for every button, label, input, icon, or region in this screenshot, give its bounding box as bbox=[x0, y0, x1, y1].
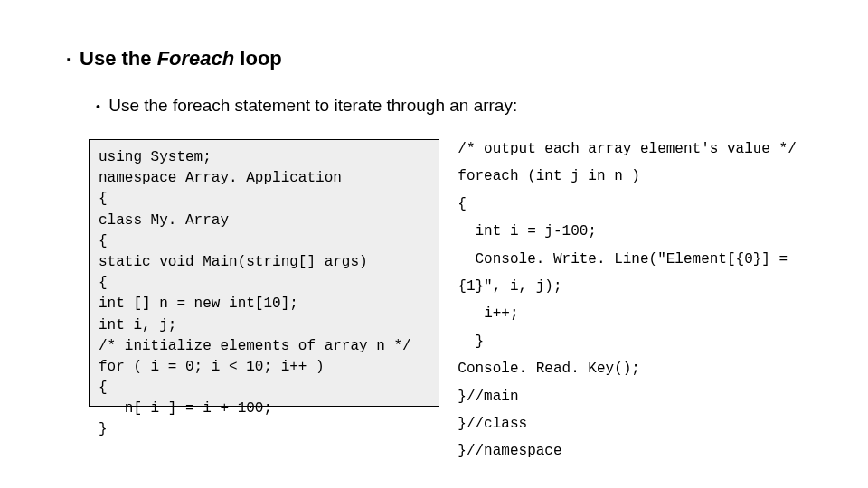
sub-bullet: • Use the foreach statement to iterate t… bbox=[96, 96, 810, 116]
title-emph: Foreach bbox=[157, 47, 235, 70]
slide: ▪ Use the Foreach loop • Use the foreach… bbox=[0, 0, 868, 488]
title-prefix: Use the bbox=[80, 47, 151, 70]
slide-title: ▪ Use the Foreach loop bbox=[67, 47, 810, 70]
sub-bullet-text: Use the foreach statement to iterate thr… bbox=[108, 96, 517, 115]
left-code-block: using System; namespace Array. Applicati… bbox=[89, 139, 439, 407]
title-suffix: loop bbox=[240, 47, 281, 70]
right-code-block: /* output each array element's value */ … bbox=[458, 136, 810, 465]
square-bullet-icon: ▪ bbox=[67, 53, 71, 64]
dot-bullet-icon: • bbox=[96, 99, 100, 114]
code-columns: using System; namespace Array. Applicati… bbox=[89, 139, 810, 465]
